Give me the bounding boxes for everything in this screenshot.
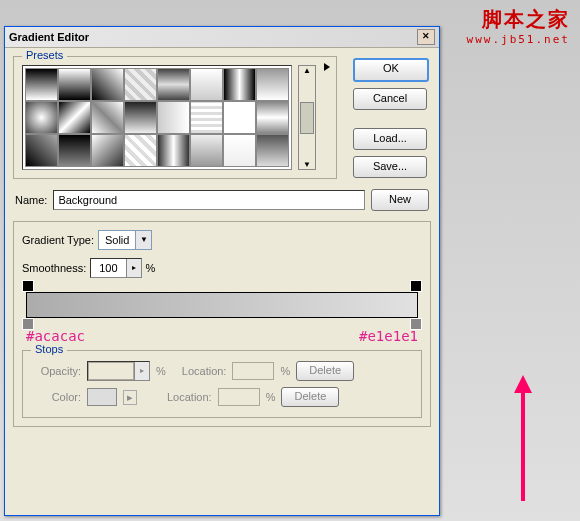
watermark-url: www.jb51.net <box>467 33 570 46</box>
watermark: 脚本之家 www.jb51.net <box>467 6 570 46</box>
preset-swatch[interactable] <box>223 101 256 134</box>
color-stop-right[interactable] <box>410 318 422 330</box>
color-label: Color: <box>31 391 81 403</box>
ok-button[interactable]: OK <box>353 58 429 82</box>
preset-swatch[interactable] <box>58 101 91 134</box>
preset-swatch[interactable] <box>157 134 190 167</box>
preset-swatch[interactable] <box>91 134 124 167</box>
smoothness-value: 100 <box>91 259 125 277</box>
stops-legend: Stops <box>31 343 67 355</box>
scroll-thumb[interactable] <box>300 102 314 134</box>
opacity-input: ▸ <box>87 361 150 381</box>
new-button[interactable]: New <box>371 189 429 211</box>
dialog-buttons: OK Cancel Load... Save... <box>353 58 429 178</box>
hex-annotations: #acacac #e1e1e1 <box>26 328 418 344</box>
scrollbar[interactable]: ▲ ▼ <box>298 65 316 170</box>
scroll-down-icon[interactable]: ▼ <box>303 160 311 169</box>
preset-swatch[interactable] <box>223 68 256 101</box>
load-button[interactable]: Load... <box>353 128 427 150</box>
preset-swatch[interactable] <box>157 68 190 101</box>
preset-swatch[interactable] <box>256 134 289 167</box>
close-icon[interactable]: ✕ <box>417 29 435 45</box>
delete-opacity-button: Delete <box>296 361 354 381</box>
save-button[interactable]: Save... <box>353 156 427 178</box>
preset-swatch[interactable] <box>124 68 157 101</box>
scroll-up-icon[interactable]: ▲ <box>303 66 311 75</box>
location-input <box>232 362 274 380</box>
presets-fieldset: Presets ▲ ▼ <box>13 56 337 179</box>
preset-swatch[interactable] <box>91 101 124 134</box>
preset-swatch[interactable] <box>124 101 157 134</box>
flyout-icon[interactable] <box>324 63 330 71</box>
opacity-label: Opacity: <box>31 365 81 377</box>
name-label: Name: <box>15 194 47 206</box>
titlebar[interactable]: Gradient Editor ✕ <box>5 27 439 48</box>
hex-right: #e1e1e1 <box>359 328 418 344</box>
gradient-type-label: Gradient Type: <box>22 234 94 246</box>
presets-label: Presets <box>22 49 67 61</box>
location-input-2 <box>218 388 260 406</box>
caret-right-icon[interactable]: ▸ <box>126 259 141 277</box>
chevron-down-icon[interactable]: ▼ <box>135 231 151 249</box>
gradient-bar[interactable] <box>26 292 418 318</box>
location-label: Location: <box>182 365 227 377</box>
gradient-editor-dialog: Gradient Editor ✕ OK Cancel Load... Save… <box>4 26 440 516</box>
preset-swatch[interactable] <box>256 101 289 134</box>
color-stop-left[interactable] <box>22 318 34 330</box>
cancel-button[interactable]: Cancel <box>353 88 427 110</box>
preset-swatch[interactable] <box>25 101 58 134</box>
gradient-preview[interactable] <box>26 292 418 318</box>
smoothness-label: Smoothness: <box>22 262 86 274</box>
name-input[interactable] <box>53 190 365 210</box>
dialog-title: Gradient Editor <box>9 27 89 47</box>
preset-swatch[interactable] <box>25 134 58 167</box>
location-label-2: Location: <box>167 391 212 403</box>
preset-swatches <box>22 65 292 170</box>
preset-swatch[interactable] <box>124 134 157 167</box>
preset-swatch[interactable] <box>190 101 223 134</box>
color-well <box>87 388 117 406</box>
percent-label: % <box>146 262 156 274</box>
preset-swatch[interactable] <box>256 68 289 101</box>
preset-swatch[interactable] <box>58 134 91 167</box>
gradient-type-value: Solid <box>99 231 135 249</box>
preset-swatch[interactable] <box>157 101 190 134</box>
preset-swatch[interactable] <box>190 68 223 101</box>
stops-fieldset: Stops Opacity: ▸ % Location: % Delete Co… <box>22 350 422 418</box>
name-row: Name: New <box>15 189 429 211</box>
preset-swatch[interactable] <box>223 134 256 167</box>
hex-left: #acacac <box>26 328 85 344</box>
delete-color-button: Delete <box>281 387 339 407</box>
gradient-type-select[interactable]: Solid ▼ <box>98 230 152 250</box>
preset-swatch[interactable] <box>58 68 91 101</box>
preset-swatch[interactable] <box>25 68 58 101</box>
preset-swatch[interactable] <box>91 68 124 101</box>
opacity-stop-left[interactable] <box>22 280 34 292</box>
gradient-settings: Gradient Type: Solid ▼ Smoothness: 100 ▸… <box>13 221 431 427</box>
opacity-stop-right[interactable] <box>410 280 422 292</box>
watermark-cn: 脚本之家 <box>467 6 570 33</box>
annotation-arrow <box>521 391 525 501</box>
smoothness-input[interactable]: 100 ▸ <box>90 258 141 278</box>
preset-swatch[interactable] <box>190 134 223 167</box>
